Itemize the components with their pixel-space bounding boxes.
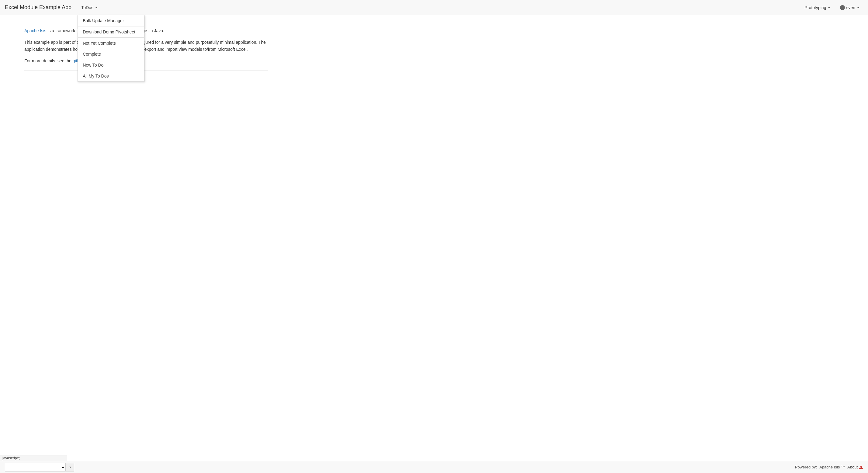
user-dropdown-toggle[interactable]: sven xyxy=(836,0,863,15)
content-divider xyxy=(24,70,268,71)
bulk-update-manager-item[interactable]: Bulk Update Manager xyxy=(78,15,144,26)
navbar: Excel Module Example App ToDos Bulk Upda… xyxy=(0,0,868,15)
prototyping-dropdown-toggle[interactable]: Prototyping xyxy=(801,0,834,15)
about-label: About xyxy=(847,465,858,469)
paragraph-3-before: For more details, see the xyxy=(24,58,73,63)
warning-icon xyxy=(859,465,863,469)
prototyping-caret-icon xyxy=(828,7,830,8)
powered-by-label: Powered by: xyxy=(795,465,817,469)
todos-dropdown-toggle[interactable]: ToDos xyxy=(78,0,101,15)
navbar-right: Prototyping sven xyxy=(801,0,863,15)
download-demo-pivotsheet-item[interactable]: Download Demo Pivotsheet xyxy=(78,27,144,37)
paragraph-2: This example app is part of the Isisaddo… xyxy=(24,39,268,53)
complete-item[interactable]: Complete xyxy=(78,49,144,60)
new-to-do-item[interactable]: New To Do xyxy=(78,60,144,70)
status-text: javascript:; xyxy=(2,456,20,460)
prototyping-label: Prototyping xyxy=(805,5,826,10)
todos-caret-icon xyxy=(95,7,98,8)
nav-menu: ToDos Bulk Update Manager Download Demo … xyxy=(78,0,801,15)
apache-isis-link[interactable]: Apache Isis xyxy=(24,28,46,33)
paragraph-3: For more details, see the github repo. xyxy=(24,58,268,64)
user-label: sven xyxy=(846,5,855,10)
user-avatar-icon xyxy=(840,5,845,10)
footer-left xyxy=(5,463,74,471)
apache-isis-footer-label: Apache Isis ™ xyxy=(819,465,845,469)
footer-select[interactable] xyxy=(5,463,66,471)
about-button[interactable]: About xyxy=(847,465,863,469)
footer-right: Powered by: Apache Isis ™ About xyxy=(795,465,863,469)
todos-nav-item: ToDos Bulk Update Manager Download Demo … xyxy=(78,0,101,15)
status-bar: javascript:; xyxy=(0,455,67,461)
footer-select-wrapper xyxy=(5,463,74,471)
user-caret-icon xyxy=(857,7,860,8)
footer: Powered by: Apache Isis ™ About xyxy=(0,461,868,473)
all-my-to-dos-item[interactable]: All My To Dos xyxy=(78,70,144,82)
paragraph-1: Apache Isis is a framework to rapidly de… xyxy=(24,27,268,34)
footer-select-caret-icon xyxy=(69,467,71,468)
todos-label: ToDos xyxy=(81,5,93,10)
content-body: Apache Isis is a framework to rapidly de… xyxy=(24,27,268,64)
not-yet-complete-item[interactable]: Not Yet Complete xyxy=(78,38,144,49)
todos-dropdown-menu: Bulk Update Manager Download Demo Pivots… xyxy=(78,15,145,82)
footer-select-dropdown-btn[interactable] xyxy=(66,463,74,471)
app-brand: Excel Module Example App xyxy=(5,4,71,11)
